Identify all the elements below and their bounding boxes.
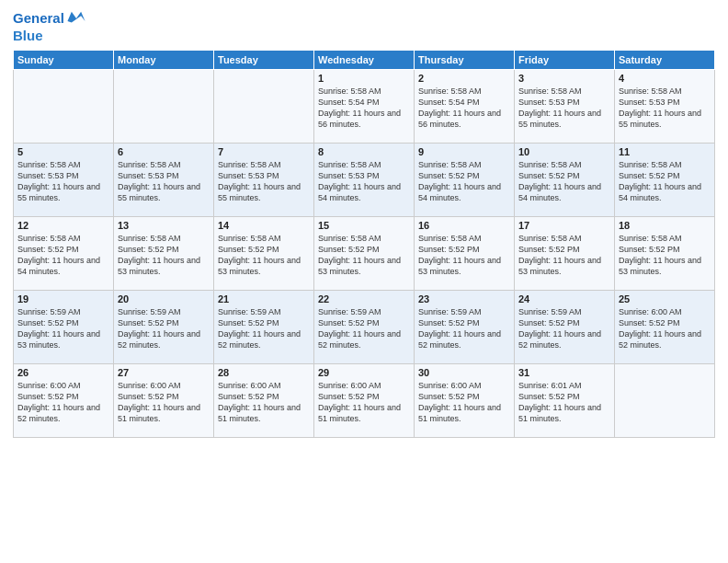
day-number: 30 xyxy=(418,367,510,378)
day-number: 2 xyxy=(418,73,510,84)
calendar-cell: 26Sunrise: 6:00 AM Sunset: 5:52 PM Dayli… xyxy=(14,364,114,438)
day-info: Sunrise: 6:00 AM Sunset: 5:52 PM Dayligh… xyxy=(418,380,510,425)
day-info: Sunrise: 5:59 AM Sunset: 5:52 PM Dayligh… xyxy=(118,306,210,351)
calendar-cell: 12Sunrise: 5:58 AM Sunset: 5:52 PM Dayli… xyxy=(14,217,114,291)
day-info: Sunrise: 5:59 AM Sunset: 5:52 PM Dayligh… xyxy=(17,306,109,351)
day-info: Sunrise: 5:58 AM Sunset: 5:52 PM Dayligh… xyxy=(619,233,711,278)
day-number: 19 xyxy=(17,293,109,304)
calendar-cell xyxy=(615,364,715,438)
day-number: 25 xyxy=(619,293,711,304)
day-info: Sunrise: 5:58 AM Sunset: 5:52 PM Dayligh… xyxy=(218,233,310,278)
calendar-cell: 30Sunrise: 6:00 AM Sunset: 5:52 PM Dayli… xyxy=(415,364,515,438)
calendar-cell: 31Sunrise: 6:01 AM Sunset: 5:52 PM Dayli… xyxy=(515,364,615,438)
day-number: 24 xyxy=(518,293,610,304)
day-number: 4 xyxy=(619,73,711,84)
day-info: Sunrise: 6:00 AM Sunset: 5:52 PM Dayligh… xyxy=(218,380,310,425)
day-number: 13 xyxy=(118,220,210,231)
calendar-cell: 20Sunrise: 5:59 AM Sunset: 5:52 PM Dayli… xyxy=(114,291,214,364)
day-number: 23 xyxy=(418,293,510,304)
day-number: 28 xyxy=(218,367,310,378)
day-info: Sunrise: 5:58 AM Sunset: 5:52 PM Dayligh… xyxy=(418,159,510,204)
weekday-header-tuesday: Tuesday xyxy=(214,51,314,70)
calendar-table: SundayMondayTuesdayWednesdayThursdayFrid… xyxy=(13,50,715,438)
day-info: Sunrise: 6:00 AM Sunset: 5:52 PM Dayligh… xyxy=(619,306,711,351)
calendar-cell: 9Sunrise: 5:58 AM Sunset: 5:52 PM Daylig… xyxy=(415,144,515,217)
calendar-cell: 22Sunrise: 5:59 AM Sunset: 5:52 PM Dayli… xyxy=(314,291,415,364)
day-number: 22 xyxy=(318,293,410,304)
calendar-cell: 4Sunrise: 5:58 AM Sunset: 5:53 PM Daylig… xyxy=(615,70,715,144)
header: General Blue xyxy=(13,9,715,44)
day-number: 6 xyxy=(118,146,210,157)
day-info: Sunrise: 5:58 AM Sunset: 5:53 PM Dayligh… xyxy=(218,159,310,204)
calendar-cell: 24Sunrise: 5:59 AM Sunset: 5:52 PM Dayli… xyxy=(515,291,615,364)
weekday-header-sunday: Sunday xyxy=(14,51,114,70)
calendar-cell: 17Sunrise: 5:58 AM Sunset: 5:52 PM Dayli… xyxy=(515,217,615,291)
day-number: 18 xyxy=(619,220,711,231)
weekday-header-monday: Monday xyxy=(114,51,214,70)
day-info: Sunrise: 5:58 AM Sunset: 5:52 PM Dayligh… xyxy=(518,233,610,278)
day-info: Sunrise: 5:58 AM Sunset: 5:53 PM Dayligh… xyxy=(318,159,410,204)
weekday-header-thursday: Thursday xyxy=(415,51,515,70)
day-info: Sunrise: 5:59 AM Sunset: 5:52 PM Dayligh… xyxy=(518,306,610,351)
calendar-cell: 14Sunrise: 5:58 AM Sunset: 5:52 PM Dayli… xyxy=(214,217,314,291)
day-number: 27 xyxy=(118,367,210,378)
day-info: Sunrise: 5:59 AM Sunset: 5:52 PM Dayligh… xyxy=(218,306,310,351)
calendar-week-row: 19Sunrise: 5:59 AM Sunset: 5:52 PM Dayli… xyxy=(14,291,715,364)
day-info: Sunrise: 5:58 AM Sunset: 5:52 PM Dayligh… xyxy=(318,233,410,278)
day-number: 1 xyxy=(318,73,410,84)
day-number: 17 xyxy=(518,220,610,231)
day-info: Sunrise: 6:01 AM Sunset: 5:52 PM Dayligh… xyxy=(518,380,610,425)
day-number: 8 xyxy=(318,146,410,157)
calendar-week-row: 5Sunrise: 5:58 AM Sunset: 5:53 PM Daylig… xyxy=(14,144,715,217)
page: General Blue SundayMondayTuesdayWednesda… xyxy=(0,0,728,563)
day-info: Sunrise: 5:58 AM Sunset: 5:54 PM Dayligh… xyxy=(318,86,410,131)
day-number: 29 xyxy=(318,367,410,378)
logo-text-blue: Blue xyxy=(13,28,43,43)
calendar-cell xyxy=(214,70,314,144)
weekday-header-row: SundayMondayTuesdayWednesdayThursdayFrid… xyxy=(14,51,715,70)
day-info: Sunrise: 5:58 AM Sunset: 5:53 PM Dayligh… xyxy=(518,86,610,131)
calendar-cell xyxy=(14,70,114,144)
weekday-header-friday: Friday xyxy=(515,51,615,70)
day-number: 12 xyxy=(17,220,109,231)
day-info: Sunrise: 5:58 AM Sunset: 5:52 PM Dayligh… xyxy=(518,159,610,204)
calendar-cell: 23Sunrise: 5:59 AM Sunset: 5:52 PM Dayli… xyxy=(415,291,515,364)
day-number: 31 xyxy=(518,367,610,378)
logo-icon xyxy=(66,7,86,28)
day-info: Sunrise: 5:58 AM Sunset: 5:52 PM Dayligh… xyxy=(619,159,711,204)
weekday-header-wednesday: Wednesday xyxy=(314,51,415,70)
calendar-cell: 28Sunrise: 6:00 AM Sunset: 5:52 PM Dayli… xyxy=(214,364,314,438)
calendar-week-row: 26Sunrise: 6:00 AM Sunset: 5:52 PM Dayli… xyxy=(14,364,715,438)
day-info: Sunrise: 5:58 AM Sunset: 5:52 PM Dayligh… xyxy=(17,233,109,278)
calendar-cell: 8Sunrise: 5:58 AM Sunset: 5:53 PM Daylig… xyxy=(314,144,415,217)
day-info: Sunrise: 5:58 AM Sunset: 5:53 PM Dayligh… xyxy=(17,159,109,204)
calendar-cell: 29Sunrise: 6:00 AM Sunset: 5:52 PM Dayli… xyxy=(314,364,415,438)
calendar-cell: 5Sunrise: 5:58 AM Sunset: 5:53 PM Daylig… xyxy=(14,144,114,217)
calendar-cell: 6Sunrise: 5:58 AM Sunset: 5:53 PM Daylig… xyxy=(114,144,214,217)
calendar-cell: 15Sunrise: 5:58 AM Sunset: 5:52 PM Dayli… xyxy=(314,217,415,291)
calendar-cell: 21Sunrise: 5:59 AM Sunset: 5:52 PM Dayli… xyxy=(214,291,314,364)
day-info: Sunrise: 5:59 AM Sunset: 5:52 PM Dayligh… xyxy=(318,306,410,351)
day-number: 10 xyxy=(518,146,610,157)
calendar-cell xyxy=(114,70,214,144)
day-number: 3 xyxy=(518,73,610,84)
day-info: Sunrise: 6:00 AM Sunset: 5:52 PM Dayligh… xyxy=(318,380,410,425)
day-number: 20 xyxy=(118,293,210,304)
day-number: 5 xyxy=(17,146,109,157)
calendar-cell: 18Sunrise: 5:58 AM Sunset: 5:52 PM Dayli… xyxy=(615,217,715,291)
day-number: 26 xyxy=(17,367,109,378)
calendar-cell: 11Sunrise: 5:58 AM Sunset: 5:52 PM Dayli… xyxy=(615,144,715,217)
day-info: Sunrise: 5:58 AM Sunset: 5:52 PM Dayligh… xyxy=(418,233,510,278)
day-info: Sunrise: 5:59 AM Sunset: 5:52 PM Dayligh… xyxy=(418,306,510,351)
day-number: 11 xyxy=(619,146,711,157)
calendar-cell: 3Sunrise: 5:58 AM Sunset: 5:53 PM Daylig… xyxy=(515,70,615,144)
calendar-week-row: 12Sunrise: 5:58 AM Sunset: 5:52 PM Dayli… xyxy=(14,217,715,291)
weekday-header-saturday: Saturday xyxy=(615,51,715,70)
day-number: 14 xyxy=(218,220,310,231)
calendar-cell: 1Sunrise: 5:58 AM Sunset: 5:54 PM Daylig… xyxy=(314,70,415,144)
calendar-week-row: 1Sunrise: 5:58 AM Sunset: 5:54 PM Daylig… xyxy=(14,70,715,144)
day-info: Sunrise: 6:00 AM Sunset: 5:52 PM Dayligh… xyxy=(17,380,109,425)
day-info: Sunrise: 5:58 AM Sunset: 5:52 PM Dayligh… xyxy=(118,233,210,278)
day-number: 9 xyxy=(418,146,510,157)
calendar-cell: 19Sunrise: 5:59 AM Sunset: 5:52 PM Dayli… xyxy=(14,291,114,364)
